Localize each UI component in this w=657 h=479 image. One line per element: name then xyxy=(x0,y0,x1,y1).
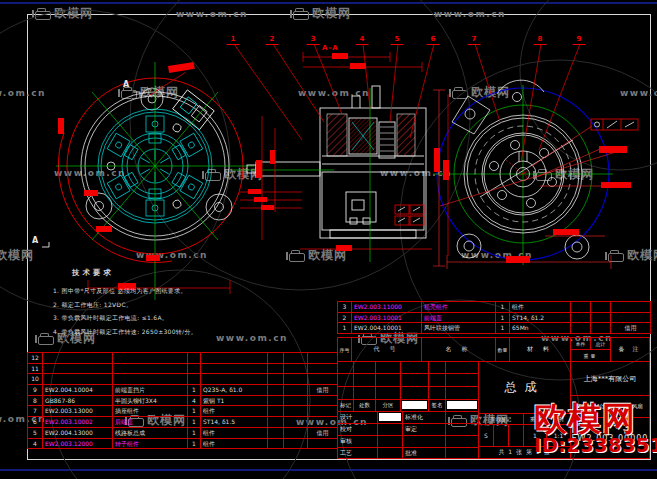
bom-cell xyxy=(307,395,337,406)
tech-requirement-item: 1. 图中带*尺寸及部位 必须均为客户图纸要求。 xyxy=(53,288,303,294)
bom-header-mat: 材 料 xyxy=(509,337,571,362)
bom-cell xyxy=(570,322,590,333)
part-balloon: 4 xyxy=(356,35,369,45)
bom-cell: EW2.003.12000 xyxy=(42,438,112,449)
bom-cell xyxy=(283,395,307,406)
bom-header-code: 代 号 xyxy=(351,337,422,362)
part-balloon: 6 xyxy=(427,35,440,45)
bom-cell xyxy=(307,363,337,374)
bom-cell xyxy=(307,438,337,449)
bom-cell: 1 xyxy=(187,416,200,427)
company-name: 上海***有限公司 xyxy=(570,361,650,396)
bom-cell xyxy=(267,438,283,449)
grid-line xyxy=(375,361,376,400)
bom-header-seq: 序号 xyxy=(337,337,352,362)
bom-cell: 6 xyxy=(27,416,42,427)
bom-cell xyxy=(187,352,200,363)
bom-cell: ST14, δ1.5 xyxy=(200,416,267,427)
front-view xyxy=(42,62,254,300)
bom-cell: GB867-86 xyxy=(42,395,112,406)
bom-cell xyxy=(307,352,337,363)
bom-cell: Q235-A, δ1.0 xyxy=(200,384,267,395)
revision-cell xyxy=(337,373,479,387)
bom-cell xyxy=(590,301,610,312)
bom-cell: 插座组件 xyxy=(112,405,187,416)
bom-cell xyxy=(283,352,307,363)
grid-line xyxy=(353,361,354,400)
bom-cell: 11 xyxy=(27,363,42,374)
grid-line xyxy=(445,361,446,400)
bom-cell: 1 xyxy=(495,312,509,323)
bom-cell xyxy=(200,352,267,363)
redaction-box xyxy=(379,413,401,421)
bom-cell xyxy=(200,373,267,384)
part-balloon: 8 xyxy=(534,35,547,45)
bom-row: 3EW2.003.11000机壳组件1组件 xyxy=(337,301,650,312)
bom-cell xyxy=(590,322,610,333)
bom-cell xyxy=(283,363,307,374)
bom-row: 12 xyxy=(27,352,337,363)
approve-label: 批准 xyxy=(402,447,446,459)
bom-cell: 线路板总成 xyxy=(112,427,187,438)
bom-cell xyxy=(570,301,590,312)
part-balloon: 5 xyxy=(391,35,404,45)
cad-sheet: 欧模网www.om.cn欧模网www.om.cnwww.om.cn欧模网www.… xyxy=(0,0,657,479)
bom-cell: 半圆头铆钉3X4 xyxy=(112,395,187,406)
bom-cell: 组件 xyxy=(509,301,570,312)
bom-cell xyxy=(187,373,200,384)
section-arrow-label-bottom: A xyxy=(32,236,38,245)
grid-line xyxy=(428,361,429,400)
part-balloon: 3 xyxy=(307,35,320,45)
stage-value: S xyxy=(478,424,494,447)
bom-cell: 1 xyxy=(495,301,509,312)
bom-cell: EW2.003.13000 xyxy=(42,405,112,416)
bom-header-remark: 备 注 xyxy=(610,337,650,362)
bom-cell: 借用 xyxy=(307,427,337,438)
bom-cell xyxy=(307,405,337,416)
process-label: 工艺 xyxy=(337,447,378,459)
section-arrow-label-top: A xyxy=(123,80,129,89)
bom-cell xyxy=(610,301,650,312)
bom-cell xyxy=(200,363,267,374)
technical-requirements: 技术要求 1. 图中带*尺寸及部位 必须均为客户图纸要求。2. 额定工作电压: … xyxy=(53,268,303,342)
bom-cell: EW2.003.10002 xyxy=(42,416,112,427)
bom-cell: 5 xyxy=(27,427,42,438)
bom-cell xyxy=(187,363,200,374)
section-label: A-A xyxy=(322,44,339,52)
bom-cell xyxy=(283,405,307,416)
bom-cell: ST14, δ1.2 xyxy=(509,312,570,323)
part-balloon: 7 xyxy=(468,35,481,45)
bom-cell: 组件 xyxy=(200,405,267,416)
stage-cell xyxy=(493,424,509,447)
tech-requirement-item: 4. 带负载风叶时额定工作转速: 2650±300转/分。 xyxy=(53,329,303,335)
shop-watermark-logo: 欧模网 xyxy=(534,402,657,435)
bom-cell xyxy=(283,427,307,438)
bom-row: 6EW2.003.10002后端盖1ST14, δ1.5 xyxy=(27,416,337,427)
redaction-box xyxy=(447,401,477,409)
bom-cell xyxy=(610,312,650,323)
bom-cell: 12 xyxy=(27,352,42,363)
bom-cell: EW2.004.10004 xyxy=(42,384,112,395)
bom-cell xyxy=(267,373,283,384)
bom-cell: 借用 xyxy=(610,322,650,333)
tech-requirements-title: 技术要求 xyxy=(72,268,303,278)
bom-cell: 4 xyxy=(187,395,200,406)
bom-cell xyxy=(267,363,283,374)
bom-cell: 1 xyxy=(187,405,200,416)
bom-row: 11 xyxy=(27,363,337,374)
bom-cell xyxy=(590,312,610,323)
bom-cell: EW2.004.13000 xyxy=(42,427,112,438)
tech-requirement-item: 2. 额定工作电压: 12VDC。 xyxy=(53,302,303,308)
bom-cell xyxy=(42,373,112,384)
bom-cell xyxy=(267,395,283,406)
bom-row: 4EW2.003.12000转子组件1组件 xyxy=(27,438,337,449)
bom-cell xyxy=(267,352,283,363)
bom-cell: 前端盖挡片 xyxy=(112,384,187,395)
cell xyxy=(445,447,479,459)
bom-cell xyxy=(283,373,307,384)
bom-cell: EW2.003.10001 xyxy=(351,312,421,323)
bom-cell: 1 xyxy=(187,384,200,395)
bom-cell: 组件 xyxy=(200,438,267,449)
bom-cell xyxy=(267,405,283,416)
front-screw xyxy=(172,199,183,210)
